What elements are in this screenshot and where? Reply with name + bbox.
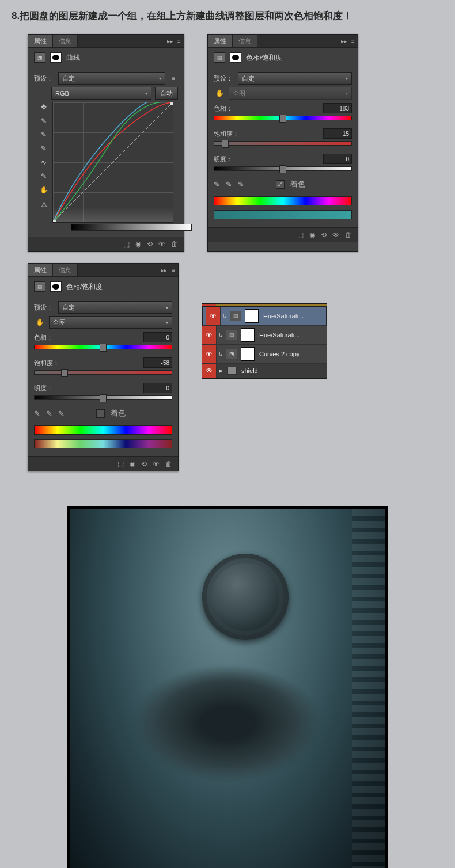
preset-label: 预设： xyxy=(34,74,55,83)
step-heading: 8.把圆盘的图层新建成一个组，在组上方新建曲线调整图层和两次色相饱和度！ xyxy=(0,9,455,34)
mask-icon[interactable] xyxy=(50,52,62,63)
mask-icon[interactable] xyxy=(230,52,241,63)
channel-select[interactable]: RGB▾ xyxy=(51,87,151,100)
hsl-adj-icon: ▤ xyxy=(230,311,241,321)
layer-name[interactable]: Hue/Saturati... xyxy=(257,332,327,338)
hue-label: 色相： xyxy=(34,333,55,342)
eyedropper-plus-icon[interactable]: ✎ xyxy=(46,409,52,418)
preset-select[interactable]: 自定▾ xyxy=(238,72,352,85)
target-adjust-icon[interactable]: ✥ xyxy=(37,102,50,112)
clip-icon[interactable]: ⬚ xyxy=(123,240,130,248)
preset-select[interactable]: 自定▾ xyxy=(58,72,165,85)
clip-indicator-icon: ↳ xyxy=(221,313,229,319)
sat-value[interactable]: -58 xyxy=(143,357,172,368)
layer-group-row[interactable]: 👁 ▶ shield xyxy=(202,364,327,378)
delete-icon[interactable]: 🗑 xyxy=(165,460,172,468)
eyedropper-minus-icon[interactable]: ✎ xyxy=(58,409,65,418)
clip-indicator-icon: ↳ xyxy=(217,351,225,357)
light-label: 明度： xyxy=(214,155,234,163)
smooth-icon[interactable]: ∿ xyxy=(37,157,50,167)
eyedropper-minus-icon[interactable]: ✎ xyxy=(238,180,244,189)
visibility-icon[interactable]: 👁 xyxy=(153,460,160,468)
hue-label: 色相： xyxy=(214,104,234,113)
preset-label: 预设： xyxy=(34,303,55,312)
sat-slider[interactable] xyxy=(34,370,172,375)
visibility-icon[interactable]: 👁 xyxy=(158,240,165,248)
layer-name[interactable]: Curves 2 copy xyxy=(257,351,327,357)
eyedropper-plus-icon[interactable]: ✎ xyxy=(226,180,232,189)
layers-panel: 👁 ↳ ▤ Hue/Saturati... 👁 ↳ ▤ Hue/Saturati… xyxy=(202,303,327,379)
collapse-icon[interactable]: ▸▸ xyxy=(160,264,169,276)
view-prev-icon[interactable]: ◉ xyxy=(309,231,315,239)
preset-menu-icon[interactable]: ≡ xyxy=(169,75,178,82)
colorize-checkbox[interactable] xyxy=(96,409,105,418)
layer-mask[interactable] xyxy=(241,328,255,342)
tab-properties[interactable]: 属性 xyxy=(208,35,233,47)
menu-icon[interactable]: ≡ xyxy=(175,35,184,47)
curves-graph[interactable] xyxy=(52,102,173,223)
layer-row[interactable]: 👁 ↳ ⬔ Curves 2 copy xyxy=(202,345,327,364)
range-select[interactable]: 全图▾ xyxy=(49,316,172,329)
light-value[interactable]: 0 xyxy=(323,154,352,164)
clip-icon[interactable]: ⬚ xyxy=(117,460,124,468)
eyedropper-icon[interactable]: ✎ xyxy=(214,180,220,189)
delete-icon[interactable]: 🗑 xyxy=(171,240,178,248)
light-slider[interactable] xyxy=(214,166,352,171)
target-adjust-icon[interactable]: ✋ xyxy=(34,317,46,328)
eyedropper-black-icon[interactable]: ✎ xyxy=(37,116,50,126)
colorize-checkbox[interactable]: ✓ xyxy=(276,180,285,189)
hue-slider[interactable] xyxy=(214,116,352,120)
reset-icon[interactable]: ⟲ xyxy=(147,240,153,248)
auto-button[interactable]: 自动 xyxy=(155,87,178,100)
hue-slider[interactable] xyxy=(34,345,172,349)
hand-icon[interactable]: ✋ xyxy=(37,185,50,195)
expand-icon[interactable]: ▶ xyxy=(217,368,225,374)
layer-name[interactable]: Hue/Saturati... xyxy=(261,313,323,319)
menu-icon[interactable]: ≡ xyxy=(348,35,358,47)
hsl-icon: ▤ xyxy=(214,52,225,63)
visibility-toggle[interactable]: 👁 xyxy=(202,326,217,344)
layer-mask[interactable] xyxy=(245,309,259,323)
light-slider[interactable] xyxy=(34,395,172,400)
layer-row[interactable]: 👁 ↳ ▤ Hue/Saturati... xyxy=(202,326,327,345)
visibility-toggle[interactable]: 👁 xyxy=(202,345,217,363)
eyedropper-gray-icon[interactable]: ✎ xyxy=(37,130,50,140)
clip-indicator-icon: ↳ xyxy=(217,332,225,338)
preset-label: 预设： xyxy=(214,74,234,83)
sat-slider[interactable] xyxy=(214,141,352,146)
reset-icon[interactable]: ⟲ xyxy=(321,231,327,239)
hue-value[interactable]: 183 xyxy=(323,103,352,113)
menu-icon[interactable]: ≡ xyxy=(169,264,178,276)
visibility-toggle[interactable]: 👁 xyxy=(206,307,221,325)
light-value[interactable]: 0 xyxy=(143,383,172,393)
clip-icon[interactable]: ⬚ xyxy=(297,231,304,239)
hue-value[interactable]: 0 xyxy=(143,332,172,342)
eyedropper-icon[interactable]: ✎ xyxy=(34,409,40,418)
tab-properties[interactable]: 属性 xyxy=(28,35,53,47)
layer-row[interactable]: 👁 ↳ ▤ Hue/Saturati... xyxy=(202,306,327,326)
view-prev-icon[interactable]: ◉ xyxy=(135,240,141,248)
tab-info[interactable]: 信息 xyxy=(53,35,78,47)
collapse-icon[interactable]: ▸▸ xyxy=(339,35,348,47)
eyedropper-white-icon[interactable]: ✎ xyxy=(37,143,50,154)
visibility-toggle[interactable]: 👁 xyxy=(202,364,217,378)
tab-info[interactable]: 信息 xyxy=(53,264,78,276)
group-name[interactable]: shield xyxy=(239,367,327,374)
collapse-icon[interactable]: ▸▸ xyxy=(165,35,175,47)
visibility-icon[interactable]: 👁 xyxy=(332,231,339,239)
warning-icon[interactable]: ◬ xyxy=(37,199,50,209)
tab-properties[interactable]: 属性 xyxy=(28,264,53,276)
svg-line-0 xyxy=(53,102,173,222)
panel-title: 色相/饱和度 xyxy=(66,282,103,292)
target-adjust-icon[interactable]: ✋ xyxy=(214,88,225,98)
layer-mask[interactable] xyxy=(241,347,255,361)
svg-rect-2 xyxy=(170,102,173,105)
tab-info[interactable]: 信息 xyxy=(233,35,257,47)
mask-icon[interactable] xyxy=(50,281,62,292)
sat-value[interactable]: 15 xyxy=(323,128,352,139)
preset-select[interactable]: 自定▾ xyxy=(58,301,172,314)
reset-icon[interactable]: ⟲ xyxy=(141,460,147,468)
view-prev-icon[interactable]: ◉ xyxy=(130,460,135,468)
pencil-icon[interactable]: ✎ xyxy=(37,171,50,181)
delete-icon[interactable]: 🗑 xyxy=(345,231,352,239)
